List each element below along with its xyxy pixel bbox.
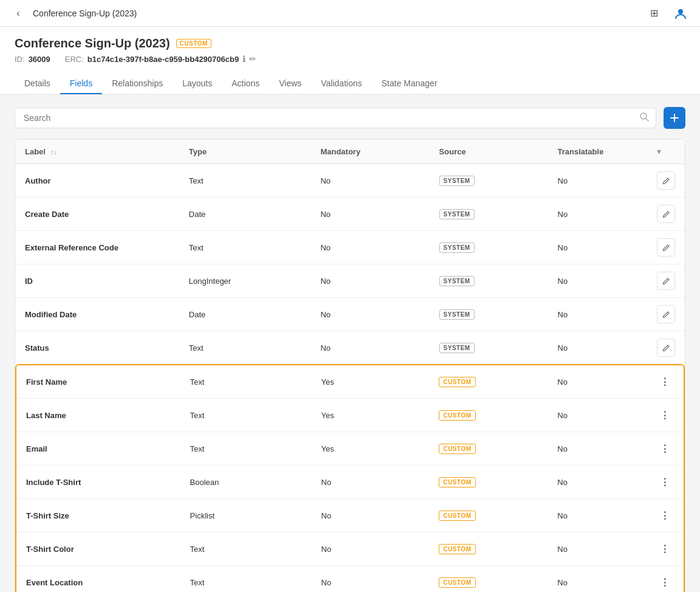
cell-source: CUSTOM <box>429 365 547 399</box>
source-badge-custom: CUSTOM <box>439 410 475 421</box>
info-icon[interactable]: ℹ <box>242 54 245 64</box>
cell-type: Text <box>180 432 312 466</box>
cell-translatable: No <box>547 365 646 399</box>
more-options-button[interactable]: ⋮ <box>656 506 674 525</box>
cell-type: Text <box>180 566 312 593</box>
cell-label: Create Date <box>15 198 179 231</box>
cell-type: LongInteger <box>179 264 311 298</box>
cell-edit <box>647 264 685 298</box>
cell-type: Text <box>179 231 311 264</box>
table-row: Modified Date Date No SYSTEM No <box>15 298 685 331</box>
more-options-button[interactable]: ⋮ <box>656 473 674 491</box>
cell-label: T-Shirt Size <box>16 499 180 532</box>
grid-icon-button[interactable]: ⊞ <box>644 4 664 23</box>
cell-type: Date <box>179 298 311 331</box>
col-header-mandatory: Mandatory <box>311 139 429 164</box>
edit-row-button[interactable] <box>657 305 675 323</box>
tab-validations[interactable]: Validations <box>311 74 371 94</box>
cell-label: Last Name <box>16 399 180 432</box>
top-bar: ‹ Conference Sign-Up (2023) ⊞ <box>0 0 700 27</box>
tab-fields[interactable]: Fields <box>60 74 102 94</box>
cell-label: ID <box>15 264 179 298</box>
custom-badge: CUSTOM <box>176 39 211 48</box>
cell-translatable: No <box>548 298 648 331</box>
source-badge-custom: CUSTOM <box>439 377 475 387</box>
cell-source: SYSTEM <box>430 264 548 298</box>
table-row: T-Shirt Color Text No CUSTOM No ⋮ <box>16 532 684 566</box>
cell-label: Event Location <box>16 566 180 593</box>
edit-row-button[interactable] <box>657 272 675 290</box>
more-options-button[interactable]: ⋮ <box>656 573 674 591</box>
cell-mandatory: Yes <box>312 399 430 432</box>
column-options-dropdown[interactable]: ▾ <box>657 146 661 156</box>
edit-icon[interactable]: ✏ <box>249 54 256 64</box>
cell-translatable: No <box>548 198 648 231</box>
svg-point-0 <box>678 9 683 14</box>
cell-type: Text <box>179 164 311 198</box>
tab-relationships[interactable]: Relationships <box>102 74 173 94</box>
cell-translatable: No <box>548 331 648 365</box>
cell-source: CUSTOM <box>429 499 547 532</box>
more-options-button[interactable]: ⋮ <box>656 540 674 558</box>
cell-label: External Reference Code <box>15 231 179 264</box>
search-input[interactable] <box>15 108 656 128</box>
cell-label: Email <box>16 432 180 466</box>
cell-label: T-Shirt Color <box>16 532 180 566</box>
cell-edit <box>647 298 685 331</box>
cell-label: First Name <box>16 365 180 399</box>
tab-views[interactable]: Views <box>269 74 311 94</box>
edit-row-button[interactable] <box>657 238 675 256</box>
source-badge-custom: CUSTOM <box>439 577 475 588</box>
cell-more: ⋮ <box>646 432 684 466</box>
tab-actions[interactable]: Actions <box>222 74 269 94</box>
tab-layouts[interactable]: Layouts <box>173 74 222 94</box>
cell-translatable: No <box>547 432 646 466</box>
source-badge-system: SYSTEM <box>439 209 475 219</box>
table-row: Email Text Yes CUSTOM No ⋮ <box>16 432 684 466</box>
cell-more: ⋮ <box>646 499 684 532</box>
cell-mandatory: No <box>311 231 429 264</box>
user-icon-button[interactable] <box>671 4 690 23</box>
id-value: 36009 <box>29 55 50 64</box>
cell-source: CUSTOM <box>429 399 547 432</box>
cell-source: CUSTOM <box>429 566 547 593</box>
more-options-button[interactable]: ⋮ <box>656 373 674 391</box>
custom-rows-body: First Name Text Yes CUSTOM No ⋮ Last Nam… <box>16 365 684 592</box>
edit-row-button[interactable] <box>657 339 675 357</box>
cell-source: CUSTOM <box>429 532 547 566</box>
sort-icon[interactable]: ↑↓ <box>50 148 57 156</box>
col-header-actions: ▾ <box>647 139 685 164</box>
add-field-button[interactable] <box>664 107 685 129</box>
cell-edit <box>647 231 685 264</box>
cell-more: ⋮ <box>646 466 684 499</box>
tab-state-manager[interactable]: State Manager <box>372 74 447 94</box>
cell-mandatory: Yes <box>312 365 430 399</box>
cell-label: Status <box>15 331 179 365</box>
more-options-button[interactable]: ⋮ <box>656 406 674 424</box>
source-badge-custom: CUSTOM <box>439 544 475 554</box>
col-header-translatable: Translatable <box>548 139 648 164</box>
cell-mandatory: No <box>311 298 429 331</box>
top-bar-title: Conference Sign-Up (2023) <box>33 9 137 18</box>
cell-mandatory: No <box>311 264 429 298</box>
back-button[interactable]: ‹ <box>10 5 27 22</box>
source-badge-system: SYSTEM <box>439 309 475 320</box>
cell-source: SYSTEM <box>430 298 548 331</box>
cell-translatable: No <box>547 399 646 432</box>
tab-details[interactable]: Details <box>15 74 60 94</box>
svg-line-2 <box>646 119 648 121</box>
col-header-source: Source <box>430 139 548 164</box>
page-header: Conference Sign-Up (2023) CUSTOM ID: 360… <box>0 27 700 95</box>
table-row: Include T-Shirt Boolean No CUSTOM No ⋮ <box>16 466 684 499</box>
cell-label: Author <box>15 164 179 198</box>
cell-type: Date <box>179 198 311 231</box>
more-options-button[interactable]: ⋮ <box>656 439 674 458</box>
cell-edit <box>647 198 685 231</box>
search-container <box>15 108 656 128</box>
cell-mandatory: No <box>311 164 429 198</box>
table-row: ID LongInteger No SYSTEM No <box>15 264 685 298</box>
table-row: Status Text No SYSTEM No <box>15 331 685 365</box>
source-badge-custom: CUSTOM <box>439 477 475 487</box>
edit-row-button[interactable] <box>657 171 675 190</box>
edit-row-button[interactable] <box>657 205 675 223</box>
